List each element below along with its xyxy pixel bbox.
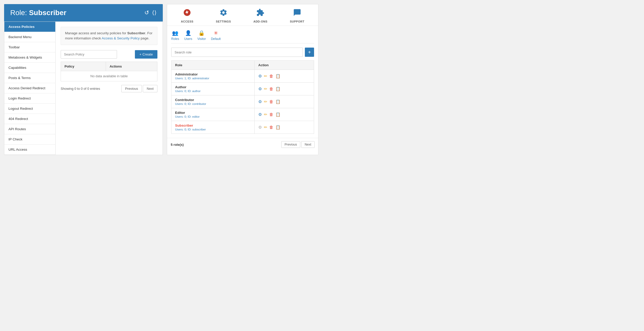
gear-icon-contributor[interactable]: ⚙ [258,99,262,104]
right-panel: ACCESSSETTINGSADD-ONSSUPPORT 👥Roles👤User… [167,4,318,155]
role-name-contributor: Contributor [175,98,251,102]
default-tab-label: Default [211,37,221,41]
info-role: Subscriber [127,31,145,35]
sidebar-item-logout-redirect[interactable]: Logout Redirect [4,104,55,114]
sidebar-item-metaboxes---widgets[interactable]: Metaboxes & Widgets [4,52,55,63]
role-name-subscriber: Subscriber [175,124,251,127]
roles-footer: 5 role(s) Previous Next [167,138,318,151]
sidebar-item-ip-check[interactable]: IP Check [4,134,55,145]
role-meta-author: Users: 0; ID: author [175,90,251,93]
top-nav-support[interactable]: SUPPORT [290,8,304,23]
roles-tab-icon: 👥 [172,30,178,36]
toolbar-row: + Create [61,50,157,59]
roles-table: Role Action AdministratorUsers: 1; ID: a… [171,60,314,134]
tab-default[interactable]: ✳Default [211,30,221,41]
copy-icon-contributor[interactable]: 📋 [275,99,281,104]
trash-icon-administrator[interactable]: 🗑 [269,74,273,79]
copy-icon-editor[interactable]: 📋 [275,112,281,117]
gear-icon-author[interactable]: ⚙ [258,86,262,91]
tab-visitor[interactable]: 🔒Visitor [197,30,206,41]
trash-icon-contributor[interactable]: 🗑 [269,100,273,104]
role-cell-contributor: ContributorUsers: 0; ID: contributor [171,95,255,108]
table-row: ContributorUsers: 0; ID: contributor⚙✏🗑📋 [171,95,314,108]
role-col-header: Role [171,61,255,70]
info-text-3: page. [140,36,149,40]
edit-icon-subscriber[interactable]: ✏ [264,125,267,130]
copy-icon-subscriber[interactable]: 📋 [275,125,281,130]
table-row: AuthorUsers: 0; ID: author⚙✏🗑📋 [171,83,314,95]
next-button[interactable]: Next [143,85,157,92]
search-policy-input[interactable] [61,50,117,59]
empty-row: No data available in table [61,71,157,81]
action-cell-editor: ⚙✏🗑📋 [255,108,314,121]
empty-message: No data available in table [61,71,157,81]
sidebar-item-toolbar[interactable]: Toolbar [4,42,55,52]
sidebar-item-access-denied-redirect[interactable]: Access Denied Redirect [4,83,55,93]
table-row: AdministratorUsers: 1; ID: administrator… [171,70,314,83]
gear-icon-subscriber[interactable]: ⚙ [258,125,262,130]
roles-next-button[interactable]: Next [301,141,315,148]
policy-table: Policy Actions No data available in tabl… [61,62,157,81]
top-nav-access[interactable]: ACCESS [181,8,194,23]
sidebar: Access PoliciesBackend MenuToolbarMetabo… [4,22,56,155]
top-nav-addons[interactable]: ADD-ONS [253,8,267,23]
previous-button[interactable]: Previous [121,85,142,92]
sidebar-item-login-redirect[interactable]: Login Redirect [4,93,55,104]
role-name-author: Author [175,85,251,89]
table-row: EditorUsers: 0; ID: editor⚙✏🗑📋 [171,108,314,121]
create-button[interactable]: + Create [135,50,157,59]
role-title: Role: Subscriber [10,9,66,17]
roles-search-row: + [171,48,314,57]
role-name-administrator: Administrator [175,72,251,76]
action-col-header: Action [255,61,314,70]
roles-previous-button[interactable]: Previous [281,141,300,148]
edit-icon-author[interactable]: ✏ [264,86,267,91]
info-text-1: Manage access and security policies for [65,31,127,35]
top-nav: ACCESSSETTINGSADD-ONSSUPPORT [167,4,318,26]
role-meta-administrator: Users: 1; ID: administrator [175,77,251,80]
support-icon [293,8,301,18]
table-footer: Showing 0 to 0 of 0 entries Previous Nex… [61,85,157,92]
role-cell-author: AuthorUsers: 0; ID: author [171,83,255,95]
role-header: Role: Subscriber ↺ ⟨⟩ [4,4,163,21]
search-role-input[interactable] [171,48,303,57]
top-nav-settings[interactable]: SETTINGS [216,8,231,23]
tab-roles[interactable]: 👥Roles [171,30,179,41]
sidebar-item-posts---terms[interactable]: Posts & Terms [4,73,55,83]
role-cell-subscriber: SubscriberUsers: 0; ID: subscriber [171,121,255,134]
copy-icon-author[interactable]: 📋 [275,86,281,91]
sidebar-item-url-access[interactable]: URL Access [4,145,55,155]
sidebar-item-access-policies[interactable]: Access Policies [4,22,55,32]
tab-users[interactable]: 👤Users [184,30,192,41]
copy-icon-administrator[interactable]: 📋 [275,74,281,79]
edit-icon-administrator[interactable]: ✏ [264,74,267,79]
gear-icon-administrator[interactable]: ⚙ [258,74,262,79]
showing-entries: Showing 0 to 0 of 0 entries [61,87,100,91]
sidebar-item-backend-menu[interactable]: Backend Menu [4,32,55,42]
table-row: SubscriberUsers: 0; ID: subscriber⚙✏🗑📋 [171,121,314,134]
sidebar-item-404-redirect[interactable]: 404 Redirect [4,114,55,124]
sidebar-item-capabilities[interactable]: Capabilities [4,63,55,73]
edit-icon-contributor[interactable]: ✏ [264,99,267,104]
trash-icon-subscriber[interactable]: 🗑 [269,125,273,130]
default-tab-icon: ✳ [214,30,218,36]
sidebar-item-api-routes[interactable]: API Routes [4,124,55,134]
reset-icon[interactable]: ↺ [144,9,149,16]
main-content: Manage access and security policies for … [56,22,163,155]
left-content: Access PoliciesBackend MenuToolbarMetabo… [4,21,163,155]
info-link[interactable]: Access & Security Policy [102,36,140,40]
role-meta-subscriber: Users: 0; ID: subscriber [175,128,251,131]
code-icon[interactable]: ⟨⟩ [152,9,157,16]
role-name-editor: Editor [175,111,251,115]
roles-section: 👥Roles👤Users🔒Visitor✳Default + Role Acti… [167,26,318,138]
trash-icon-editor[interactable]: 🗑 [269,112,273,117]
addons-icon [256,8,264,18]
gear-icon-editor[interactable]: ⚙ [258,112,262,117]
action-cell-administrator: ⚙✏🗑📋 [255,70,314,83]
action-cell-contributor: ⚙✏🗑📋 [255,95,314,108]
top-nav-label-access: ACCESS [181,20,194,23]
edit-icon-editor[interactable]: ✏ [264,112,267,117]
action-cell-author: ⚙✏🗑📋 [255,83,314,95]
trash-icon-author[interactable]: 🗑 [269,87,273,91]
add-role-button[interactable]: + [305,48,314,57]
